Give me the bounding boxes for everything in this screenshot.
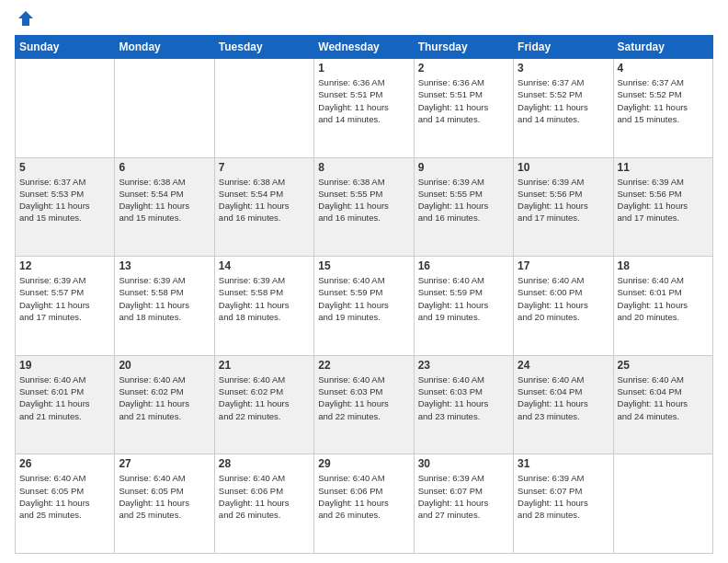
day-info: Sunrise: 6:40 AM Sunset: 6:06 PM Dayligh… xyxy=(219,472,310,521)
svg-marker-0 xyxy=(18,11,33,26)
logo-area xyxy=(15,11,35,28)
weekday-header-monday: Monday xyxy=(115,36,214,59)
day-number: 30 xyxy=(418,457,509,470)
day-cell xyxy=(16,59,115,158)
day-cell: 12Sunrise: 6:39 AM Sunset: 5:57 PM Dayli… xyxy=(16,257,115,356)
weekday-header-saturday: Saturday xyxy=(613,36,712,59)
day-cell: 8Sunrise: 6:38 AM Sunset: 5:55 PM Daylig… xyxy=(314,157,414,257)
day-info: Sunrise: 6:40 AM Sunset: 6:02 PM Dayligh… xyxy=(219,373,310,422)
day-info: Sunrise: 6:39 AM Sunset: 5:56 PM Dayligh… xyxy=(518,176,609,224)
day-info: Sunrise: 6:37 AM Sunset: 5:52 PM Dayligh… xyxy=(518,76,609,125)
day-info: Sunrise: 6:37 AM Sunset: 5:52 PM Dayligh… xyxy=(618,76,709,125)
day-number: 21 xyxy=(219,359,310,372)
day-number: 4 xyxy=(618,62,709,75)
week-row-2: 5Sunrise: 6:37 AM Sunset: 5:53 PM Daylig… xyxy=(16,157,713,257)
day-cell: 5Sunrise: 6:37 AM Sunset: 5:53 PM Daylig… xyxy=(16,157,115,257)
day-number: 23 xyxy=(418,359,509,372)
day-info: Sunrise: 6:40 AM Sunset: 6:03 PM Dayligh… xyxy=(418,373,509,422)
day-info: Sunrise: 6:37 AM Sunset: 5:53 PM Dayligh… xyxy=(19,176,110,224)
day-cell: 23Sunrise: 6:40 AM Sunset: 6:03 PM Dayli… xyxy=(414,355,513,454)
day-cell: 6Sunrise: 6:38 AM Sunset: 5:54 PM Daylig… xyxy=(115,157,214,257)
day-number: 7 xyxy=(219,161,310,174)
day-number: 19 xyxy=(19,359,110,372)
week-row-4: 19Sunrise: 6:40 AM Sunset: 6:01 PM Dayli… xyxy=(16,355,713,454)
day-info: Sunrise: 6:40 AM Sunset: 5:59 PM Dayligh… xyxy=(418,274,509,323)
day-cell: 10Sunrise: 6:39 AM Sunset: 5:56 PM Dayli… xyxy=(514,157,613,257)
week-row-5: 26Sunrise: 6:40 AM Sunset: 6:05 PM Dayli… xyxy=(16,454,713,554)
day-cell: 19Sunrise: 6:40 AM Sunset: 6:01 PM Dayli… xyxy=(16,355,115,454)
day-cell: 22Sunrise: 6:40 AM Sunset: 6:03 PM Dayli… xyxy=(314,355,414,454)
page: SundayMondayTuesdayWednesdayThursdayFrid… xyxy=(0,0,728,563)
week-row-3: 12Sunrise: 6:39 AM Sunset: 5:57 PM Dayli… xyxy=(16,257,713,356)
day-info: Sunrise: 6:40 AM Sunset: 6:05 PM Dayligh… xyxy=(19,472,110,521)
day-info: Sunrise: 6:39 AM Sunset: 5:58 PM Dayligh… xyxy=(119,274,210,323)
day-number: 9 xyxy=(418,161,509,174)
day-info: Sunrise: 6:39 AM Sunset: 5:56 PM Dayligh… xyxy=(618,176,709,224)
day-number: 27 xyxy=(119,457,210,470)
day-cell: 1Sunrise: 6:36 AM Sunset: 5:51 PM Daylig… xyxy=(314,59,414,158)
day-cell xyxy=(613,454,712,554)
day-info: Sunrise: 6:39 AM Sunset: 5:55 PM Dayligh… xyxy=(418,176,509,224)
calendar: SundayMondayTuesdayWednesdayThursdayFrid… xyxy=(15,35,713,554)
day-number: 14 xyxy=(219,259,310,272)
day-cell: 28Sunrise: 6:40 AM Sunset: 6:06 PM Dayli… xyxy=(214,454,313,554)
day-number: 8 xyxy=(318,161,409,174)
day-number: 2 xyxy=(418,62,509,75)
day-cell: 7Sunrise: 6:38 AM Sunset: 5:54 PM Daylig… xyxy=(214,157,313,257)
logo xyxy=(15,11,35,28)
day-cell: 29Sunrise: 6:40 AM Sunset: 6:06 PM Dayli… xyxy=(314,454,414,554)
day-cell: 9Sunrise: 6:39 AM Sunset: 5:55 PM Daylig… xyxy=(414,157,513,257)
header xyxy=(15,11,713,28)
day-cell: 13Sunrise: 6:39 AM Sunset: 5:58 PM Dayli… xyxy=(115,257,214,356)
day-cell xyxy=(115,59,214,158)
day-cell: 26Sunrise: 6:40 AM Sunset: 6:05 PM Dayli… xyxy=(16,454,115,554)
day-number: 20 xyxy=(119,359,210,372)
weekday-header-sunday: Sunday xyxy=(16,36,115,59)
day-info: Sunrise: 6:36 AM Sunset: 5:51 PM Dayligh… xyxy=(418,76,509,125)
day-info: Sunrise: 6:40 AM Sunset: 6:02 PM Dayligh… xyxy=(119,373,210,422)
day-cell: 16Sunrise: 6:40 AM Sunset: 5:59 PM Dayli… xyxy=(414,257,513,356)
day-number: 13 xyxy=(119,259,210,272)
day-number: 15 xyxy=(318,259,409,272)
day-info: Sunrise: 6:40 AM Sunset: 6:04 PM Dayligh… xyxy=(618,373,709,422)
day-cell: 30Sunrise: 6:39 AM Sunset: 6:07 PM Dayli… xyxy=(414,454,513,554)
day-cell: 17Sunrise: 6:40 AM Sunset: 6:00 PM Dayli… xyxy=(514,257,613,356)
day-cell: 3Sunrise: 6:37 AM Sunset: 5:52 PM Daylig… xyxy=(514,59,613,158)
logo-icon xyxy=(17,9,35,28)
weekday-header-friday: Friday xyxy=(514,36,613,59)
day-info: Sunrise: 6:40 AM Sunset: 6:04 PM Dayligh… xyxy=(518,373,609,422)
day-info: Sunrise: 6:38 AM Sunset: 5:54 PM Dayligh… xyxy=(119,176,210,224)
day-number: 18 xyxy=(618,259,709,272)
day-info: Sunrise: 6:40 AM Sunset: 6:05 PM Dayligh… xyxy=(119,472,210,521)
day-info: Sunrise: 6:38 AM Sunset: 5:55 PM Dayligh… xyxy=(318,176,409,224)
day-cell: 2Sunrise: 6:36 AM Sunset: 5:51 PM Daylig… xyxy=(414,59,513,158)
weekday-header-row: SundayMondayTuesdayWednesdayThursdayFrid… xyxy=(16,36,713,59)
day-cell: 25Sunrise: 6:40 AM Sunset: 6:04 PM Dayli… xyxy=(613,355,712,454)
day-number: 26 xyxy=(19,457,110,470)
day-number: 24 xyxy=(518,359,609,372)
day-number: 17 xyxy=(518,259,609,272)
day-number: 6 xyxy=(119,161,210,174)
day-number: 22 xyxy=(318,359,409,372)
day-info: Sunrise: 6:40 AM Sunset: 6:03 PM Dayligh… xyxy=(318,373,409,422)
day-cell: 24Sunrise: 6:40 AM Sunset: 6:04 PM Dayli… xyxy=(514,355,613,454)
day-cell: 15Sunrise: 6:40 AM Sunset: 5:59 PM Dayli… xyxy=(314,257,414,356)
weekday-header-wednesday: Wednesday xyxy=(314,36,414,59)
week-row-1: 1Sunrise: 6:36 AM Sunset: 5:51 PM Daylig… xyxy=(16,59,713,158)
day-number: 28 xyxy=(219,457,310,470)
day-info: Sunrise: 6:39 AM Sunset: 5:57 PM Dayligh… xyxy=(19,274,110,323)
day-info: Sunrise: 6:40 AM Sunset: 6:01 PM Dayligh… xyxy=(19,373,110,422)
day-info: Sunrise: 6:40 AM Sunset: 6:06 PM Dayligh… xyxy=(318,472,409,521)
day-number: 29 xyxy=(318,457,409,470)
day-info: Sunrise: 6:39 AM Sunset: 6:07 PM Dayligh… xyxy=(518,472,609,521)
day-cell: 31Sunrise: 6:39 AM Sunset: 6:07 PM Dayli… xyxy=(514,454,613,554)
day-number: 5 xyxy=(19,161,110,174)
day-cell: 21Sunrise: 6:40 AM Sunset: 6:02 PM Dayli… xyxy=(214,355,313,454)
weekday-header-thursday: Thursday xyxy=(414,36,513,59)
weekday-header-tuesday: Tuesday xyxy=(214,36,313,59)
day-info: Sunrise: 6:40 AM Sunset: 6:01 PM Dayligh… xyxy=(618,274,709,323)
day-info: Sunrise: 6:38 AM Sunset: 5:54 PM Dayligh… xyxy=(219,176,310,224)
day-cell: 11Sunrise: 6:39 AM Sunset: 5:56 PM Dayli… xyxy=(613,157,712,257)
day-cell: 18Sunrise: 6:40 AM Sunset: 6:01 PM Dayli… xyxy=(613,257,712,356)
day-info: Sunrise: 6:40 AM Sunset: 5:59 PM Dayligh… xyxy=(318,274,409,323)
